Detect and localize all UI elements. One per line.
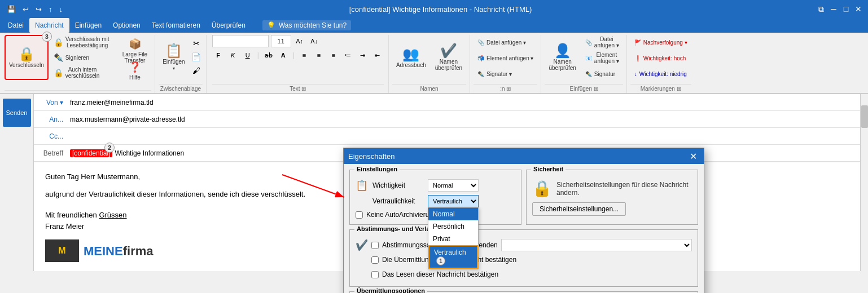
up-button[interactable]: ↑ [46,4,55,15]
nachverfolgung-btn[interactable]: 🚩 Nachverfolgung ▾ [630,35,691,50]
an-input[interactable] [68,114,860,125]
namen-label: Namenüberprüfen [435,59,462,71]
bold-btn[interactable]: F [212,49,225,61]
vertraulichkeit-select[interactable]: Normal Persönlich Privat Vertraulich [428,195,479,207]
namen-pruefen-btn[interactable]: ✔️ Namenüberprüfen [431,35,466,80]
flag-icon: 🚩 [634,39,641,46]
italic-btn[interactable]: K [227,49,239,61]
cc-row: Cc... [34,128,860,145]
signieren-btn[interactable]: ✒️ Signieren [50,50,117,65]
namen-content: 👥 Adressbuch ✔️ Namenüberprüfen [392,35,466,84]
align-right-btn[interactable]: ≡ [327,49,340,61]
option-normal[interactable]: Normal [428,208,478,220]
bullet-list-btn[interactable]: ≔ [342,49,354,61]
keine-autoarchiv-checkbox[interactable] [356,211,363,219]
wichtigkeit-select[interactable]: Normal Hoch Niedrig [428,179,479,192]
save-button[interactable]: 💾 [5,4,18,15]
von-input[interactable] [68,97,860,108]
ribbon-group-content: 🔒 Verschlüsseln 3 🔒 Verschlüsseln mitLes… [5,35,151,90]
outdent-btn[interactable]: ⇤ [371,49,384,61]
signatur2-label: Signatur [594,71,615,77]
datei-anfuegen2-btn[interactable]: 📎 Dateianfügen ▾ [581,35,623,50]
datei-anfuegen-btn[interactable]: 📎 Datei anfügen ▾ [474,35,530,50]
wichtigkeit-niedrig-btn[interactable]: ↓ Wichtigkeit: niedrig [630,66,691,81]
underline-btn[interactable]: U [242,49,254,61]
element-anfuegen2-btn[interactable]: 📧 Elementanfügen ▾ [581,51,623,65]
sep1: | [257,51,259,59]
scroll-thumb [861,105,868,128]
cc-link[interactable]: Cc... [49,132,63,140]
badge-3: 3 [42,32,52,42]
menu-datei[interactable]: Datei [2,18,29,33]
cut-btn[interactable]: ✂ [190,37,203,50]
element-anfuegen-btn[interactable]: 📬 Element anfügen ▾ [474,51,537,65]
menu-text-formatieren[interactable]: Text formatieren [146,18,206,33]
badge-2: 2 [104,143,115,153]
font-shrink-btn[interactable]: A↓ [308,35,321,47]
down-arrow-icon: ↓ [634,71,637,77]
verschluesseln-button[interactable]: 🔒 Verschlüsseln [5,35,49,80]
ribbon: 🔒 Verschlüsseln 3 🔒 Verschlüsseln mitLes… [0,33,868,94]
ribbon-group-verschluesseln: 🔒 Verschlüsseln 3 🔒 Verschlüsseln mitLes… [2,35,155,93]
option-vertraulich[interactable]: Vertraulich 1 [428,245,478,269]
menu-search[interactable]: 💡 Was möchten Sie tun? [262,20,351,30]
font-row: A↑ A↓ [212,35,321,47]
hilfe-btn[interactable]: ❓ Hilfe [119,58,151,78]
ribbon-group-zwischenablage: 📋 Einfügen ▾ ✂ 📄 🖌 Zwischenablage [156,35,206,93]
font-size-input[interactable] [271,35,291,47]
menu-einfuegen[interactable]: Einfügen [69,18,107,33]
minimize-button[interactable]: ─ [828,4,839,14]
namen-ueberprufen2-btn[interactable]: 👤 Namenüberprüfen [545,35,580,80]
wichtigkeit-hoch-btn[interactable]: ❗ Wichtigkeit: hoch [630,51,691,65]
uebermittlung-checkbox[interactable] [371,256,379,264]
scrollbar[interactable] [860,94,868,271]
adressbuch-btn[interactable]: 👥 Adressbuch [392,35,430,80]
cc-input[interactable] [68,131,860,141]
menu-nachricht[interactable]: Nachricht [29,18,69,33]
font-grow-btn[interactable]: A↑ [293,35,306,47]
option-privat[interactable]: Privat [428,233,478,245]
logo-text: MEINEfirma [84,241,153,261]
badge-1: 1 [436,256,445,265]
logo-firma: firma [123,244,154,258]
dialog-close-button[interactable]: ✕ [687,150,699,162]
verschluesseln-mit-btn[interactable]: 🔒 Verschlüsseln mitLesebestätigung [50,35,117,50]
zwischenablage-label: Zwischenablage [159,84,202,93]
signieren-icon: ✒️ [54,53,63,62]
abstimmungsflaechen-checkbox[interactable] [371,242,379,249]
sicherheit-legend: Sicherheit [531,166,565,172]
maximize-button[interactable]: □ [841,4,851,14]
an-link[interactable]: An... [49,116,63,123]
lesen-checkbox[interactable] [371,271,379,278]
restore-button[interactable]: ⧉ [816,4,826,14]
strikethrough-btn[interactable]: a̶b̶ [262,49,275,61]
nachverfolgung-label: Nachverfolgung ▾ [643,39,687,46]
fontcolor-btn[interactable]: A [277,49,290,61]
wichtigkeit-hoch-label: Wichtigkeit: hoch [643,55,686,61]
adressbuch-icon: 👥 [402,47,419,61]
menu-ueberpruefen[interactable]: Überprüfen [206,18,251,33]
large-file-btn[interactable]: 📦 Large FileTransfer [119,35,151,57]
abstimmungsflaechen-select[interactable] [501,239,692,251]
option-persoenlich[interactable]: Persönlich [428,220,478,233]
sicherheitseinstellungen-btn[interactable]: Sicherheitseinstellungen... [532,202,626,216]
format-painter-btn[interactable]: 🖌 [190,64,203,77]
align-left-btn[interactable]: ≡ [298,49,310,61]
einfuegen-btn[interactable]: 📋 Einfügen ▾ [159,35,188,80]
font-name-input[interactable] [212,35,269,47]
copy-btn[interactable]: 📄 [190,51,203,63]
auch-intern-btn[interactable]: 🔒 Auch internverschlüsseln [50,65,117,80]
send-button[interactable]: Senden [3,99,31,127]
signatur2-btn[interactable]: ✒️ Signatur [581,66,623,81]
menu-optionen[interactable]: Optionen [107,18,146,33]
signatur-btn[interactable]: ✒️ Signatur ▾ [474,66,530,81]
align-center-btn[interactable]: ≡ [313,49,325,61]
redo-button[interactable]: ↪ [33,4,44,15]
down-button[interactable]: ↓ [57,4,65,15]
indent-btn[interactable]: ⇥ [357,49,369,61]
undo-button[interactable]: ↩ [20,4,31,15]
close-button[interactable]: ✕ [853,4,863,14]
von-link[interactable]: Von ▾ [46,99,63,106]
element2-icon: 📧 [585,55,592,61]
wichtigkeit-row: 📋 Wichtigkeit Normal Hoch Niedrig [356,179,515,192]
